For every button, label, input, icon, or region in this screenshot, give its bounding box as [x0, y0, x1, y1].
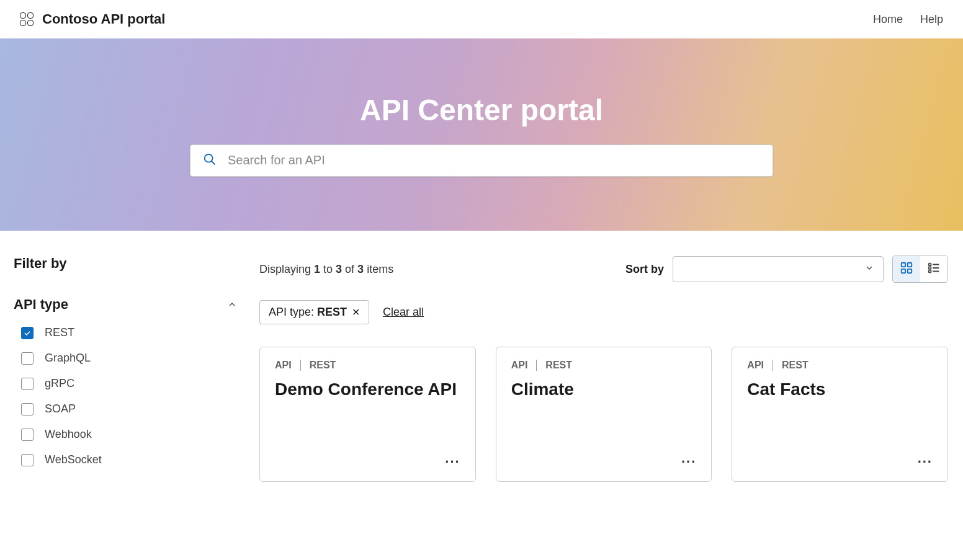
filter-by-title: Filter by	[14, 256, 237, 272]
svg-rect-5	[908, 269, 911, 273]
hero-title: API Center portal	[360, 93, 603, 127]
filter-label: gRPC	[45, 377, 74, 390]
more-menu-icon[interactable]: ···	[445, 454, 460, 470]
filter-group-api-type-header[interactable]: API type	[14, 296, 237, 313]
search-icon	[203, 153, 217, 169]
api-card[interactable]: API REST Climate ···	[496, 347, 712, 482]
divider	[773, 360, 773, 371]
card-title: Climate	[511, 378, 697, 400]
nav-help[interactable]: Help	[920, 13, 943, 26]
active-filters: API type: REST ✕ Clear all	[259, 300, 948, 324]
filter-option-grpc[interactable]: gRPC	[21, 377, 237, 390]
api-card[interactable]: API REST Cat Facts ···	[732, 347, 948, 482]
filter-label: SOAP	[45, 402, 76, 416]
svg-rect-3	[908, 263, 911, 267]
more-menu-icon[interactable]: ···	[681, 454, 696, 470]
sort-controls: Sort by	[625, 256, 948, 283]
filter-chip-api-type: API type: REST ✕	[259, 300, 369, 324]
card-tags: API REST	[511, 360, 697, 371]
grid-view-button[interactable]	[893, 256, 920, 282]
hero-banner: API Center portal	[0, 38, 963, 231]
api-card[interactable]: API REST Demo Conference API ···	[259, 347, 476, 482]
app-logo-icon	[20, 12, 34, 26]
brand: Contoso API portal	[20, 11, 165, 27]
svg-rect-2	[902, 263, 905, 267]
filter-label: REST	[45, 326, 74, 339]
sort-select[interactable]	[673, 256, 884, 282]
filter-label: Webhook	[45, 428, 92, 441]
card-title: Demo Conference API	[275, 378, 460, 400]
checkbox-unchecked-icon	[21, 429, 34, 441]
svg-line-1	[212, 161, 215, 164]
svg-rect-6	[929, 264, 931, 266]
main-panel: Displaying 1 to 3 of 3 items Sort by	[259, 256, 948, 482]
svg-rect-4	[902, 269, 905, 273]
filter-option-soap[interactable]: SOAP	[21, 402, 237, 416]
filter-option-websocket[interactable]: WebSocket	[21, 453, 237, 466]
checkbox-unchecked-icon	[21, 378, 34, 390]
chevron-up-icon	[227, 300, 237, 309]
nav-home[interactable]: Home	[873, 13, 903, 26]
chevron-down-icon	[864, 263, 874, 275]
checkbox-unchecked-icon	[21, 454, 34, 466]
list-icon	[927, 261, 941, 277]
results-toolbar: Displaying 1 to 3 of 3 items Sort by	[259, 256, 948, 283]
content-area: Filter by API type REST GraphQL gRPC	[0, 231, 963, 507]
filter-option-graphql[interactable]: GraphQL	[21, 352, 237, 365]
more-menu-icon[interactable]: ···	[918, 454, 933, 470]
nav-links: Home Help	[873, 13, 943, 26]
card-tags: API REST	[275, 360, 460, 371]
filter-option-webhook[interactable]: Webhook	[21, 428, 237, 441]
divider	[300, 360, 301, 371]
divider	[536, 360, 537, 371]
api-cards-grid: API REST Demo Conference API ··· API RES…	[259, 347, 948, 482]
clear-all-button[interactable]: Clear all	[383, 306, 424, 319]
grid-icon	[900, 261, 913, 277]
filter-sidebar: Filter by API type REST GraphQL gRPC	[14, 256, 237, 482]
search-box[interactable]	[190, 144, 773, 177]
brand-title: Contoso API portal	[42, 11, 165, 27]
view-toggle	[892, 256, 948, 283]
filter-label: GraphQL	[45, 352, 91, 365]
filter-group-api-type-title: API type	[14, 296, 68, 313]
filter-options: REST GraphQL gRPC SOAP Webhook WebSocket	[14, 326, 237, 466]
sort-by-label: Sort by	[625, 263, 664, 276]
filter-label: WebSocket	[45, 453, 102, 466]
svg-rect-8	[929, 267, 931, 269]
svg-point-0	[205, 154, 213, 162]
chip-close-icon[interactable]: ✕	[352, 306, 360, 318]
search-input[interactable]	[228, 153, 760, 167]
checkbox-unchecked-icon	[21, 352, 34, 365]
list-view-button[interactable]	[920, 256, 947, 282]
checkbox-checked-icon	[21, 327, 34, 339]
svg-rect-10	[929, 270, 931, 273]
card-tags: API REST	[747, 360, 933, 371]
results-count: Displaying 1 to 3 of 3 items	[259, 263, 393, 276]
checkbox-unchecked-icon	[21, 403, 34, 416]
filter-option-rest[interactable]: REST	[21, 326, 237, 339]
card-title: Cat Facts	[747, 378, 933, 400]
top-header: Contoso API portal Home Help	[0, 0, 963, 38]
